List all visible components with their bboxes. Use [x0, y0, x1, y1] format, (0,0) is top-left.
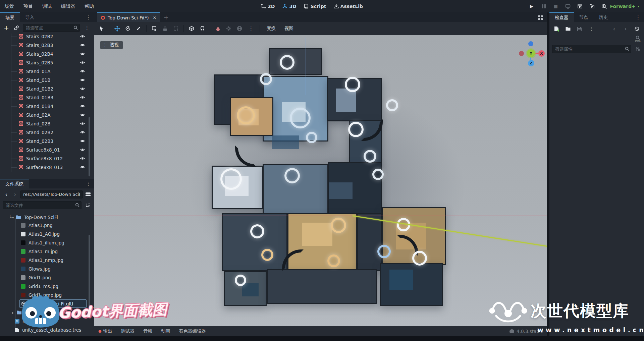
neg-z-ball[interactable] — [528, 41, 533, 46]
rotate-tool-icon[interactable] — [124, 24, 131, 33]
extra-tools-icon[interactable] — [634, 45, 641, 53]
tree-node-row[interactable]: Stand_01B — [0, 76, 94, 84]
tab-scene-panel[interactable]: 场景 — [0, 12, 20, 22]
scene-tree-menu-icon[interactable]: ⋮ — [83, 25, 92, 31]
scene-tab[interactable]: Top-Down Sci-Fi(*) ✕ — [97, 12, 160, 22]
filter-files-input[interactable] — [3, 201, 82, 209]
nav-forward-icon[interactable]: › — [11, 190, 19, 198]
remote-debug-icon[interactable] — [564, 3, 572, 10]
group-icon[interactable] — [172, 24, 179, 33]
tree-node-row[interactable]: Stand_01A — [0, 67, 94, 76]
move-tool-icon[interactable] — [113, 24, 121, 33]
visibility-eye-icon[interactable] — [80, 121, 85, 127]
droplet-icon[interactable] — [214, 24, 222, 33]
dock-menu-icon[interactable]: ⋮ — [84, 14, 93, 20]
history-forward-icon[interactable]: › — [622, 25, 629, 33]
stop-button[interactable]: ■ — [552, 3, 559, 10]
axis-gizmo[interactable]: Y X Z — [515, 38, 547, 69]
menu-scene[interactable]: 场景 — [0, 3, 19, 9]
preview-sun-icon[interactable] — [225, 24, 232, 33]
new-scene-tab-button[interactable]: + — [160, 12, 172, 22]
visibility-eye-icon[interactable] — [80, 60, 85, 66]
filter-nodes-search[interactable] — [23, 24, 80, 32]
visibility-eye-icon[interactable] — [80, 51, 85, 57]
tab-filesystem[interactable]: 文件系统 — [0, 179, 29, 188]
tree-node-row[interactable]: Stand_01B2 — [0, 84, 94, 93]
menu-editor[interactable]: 编辑器 — [56, 3, 80, 9]
visibility-eye-icon[interactable] — [80, 69, 85, 75]
filter-files-search[interactable] — [3, 201, 82, 209]
visibility-eye-icon[interactable] — [80, 86, 85, 92]
expand-icon[interactable]: ▸ — [12, 311, 14, 315]
inspector-dock-menu-icon[interactable]: ⋮ — [634, 14, 643, 20]
nav-back-icon[interactable]: ‹ — [3, 190, 10, 198]
file-row[interactable]: Atlas1_nmp.jpg — [0, 256, 94, 265]
pause-button[interactable] — [540, 3, 547, 10]
file-row[interactable]: Atlas1_illum.jpg — [0, 238, 94, 247]
add-node-button[interactable]: + — [3, 24, 10, 32]
tab-3d[interactable]: 3D — [279, 4, 299, 9]
view-menu[interactable]: 视图 — [282, 25, 296, 32]
load-resource-folder-icon[interactable] — [564, 25, 572, 33]
tree-node-row[interactable]: Stand_01B3 — [0, 93, 94, 102]
path-input[interactable] — [20, 190, 83, 198]
close-icon[interactable]: ✕ — [153, 15, 156, 20]
resource-menu-icon[interactable]: ⋮ — [587, 26, 596, 32]
panel-shader-editor[interactable]: 着色器编辑器 — [179, 328, 206, 334]
snap-icon[interactable] — [199, 24, 206, 33]
visibility-eye-icon[interactable] — [80, 147, 85, 153]
preview-environment-icon[interactable] — [236, 24, 243, 33]
tab-node[interactable]: 节点 — [574, 12, 594, 22]
file-row[interactable]: Atlas1_m.jpg — [0, 247, 94, 256]
split-mode-icon[interactable] — [84, 190, 92, 198]
tree-node-row[interactable]: Stand_02A — [0, 111, 94, 119]
tree-node-row[interactable]: Stand_01B4 — [0, 102, 94, 111]
filesystem-menu-icon[interactable]: ⋮ — [84, 181, 93, 187]
scale-tool-icon[interactable] — [135, 24, 142, 33]
tree-node-row[interactable]: Surface8x8_01 — [0, 146, 94, 154]
filter-properties-input[interactable] — [552, 45, 631, 53]
transform-menu[interactable]: 变换 — [264, 25, 278, 32]
tab-script[interactable]: Script — [301, 4, 329, 9]
tab-history[interactable]: 历史 — [594, 12, 613, 22]
lock-icon[interactable] — [161, 24, 169, 33]
filter-properties-search[interactable] — [552, 45, 631, 53]
file-row[interactable]: Grid1_ms.jpg — [0, 282, 94, 291]
tab-inspector[interactable]: 检查器 — [549, 12, 574, 22]
viewport-extra-menu-icon[interactable]: ⋮ — [247, 25, 256, 32]
tree-node-row[interactable]: Stand_02B — [0, 119, 94, 128]
tree-node-row[interactable]: Stand_02B3 — [0, 137, 94, 146]
x-axis-ball[interactable]: X — [538, 50, 545, 57]
local-space-icon[interactable] — [188, 24, 195, 33]
tree-node-row[interactable]: Stand_02B2 — [0, 128, 94, 137]
visibility-eye-icon[interactable] — [80, 130, 85, 136]
visibility-eye-icon[interactable] — [80, 138, 85, 145]
renderer-selector[interactable]: Forward+ ▾ — [610, 0, 639, 12]
tab-2d[interactable]: 2D — [258, 4, 277, 9]
tree-node-row[interactable]: Surface8x8_013 — [0, 163, 94, 172]
3d-viewport[interactable]: ⋮ 透视 Y X Z — [94, 35, 547, 326]
tree-node-row[interactable]: Stairs_02B4 — [0, 50, 94, 58]
play-custom-scene-button[interactable] — [588, 3, 596, 10]
perspective-menu[interactable]: ⋮ 透视 — [100, 41, 123, 49]
menu-project[interactable]: 项目 — [19, 3, 38, 9]
visibility-eye-icon[interactable] — [80, 112, 85, 118]
visibility-eye-icon[interactable] — [80, 156, 85, 162]
visibility-eye-icon[interactable] — [80, 77, 85, 83]
tree-node-row[interactable]: Stairs_02B5 — [0, 58, 94, 67]
file-row[interactable]: Grid1.png — [0, 273, 94, 282]
menu-debug[interactable]: 调试 — [38, 3, 56, 9]
list-select-icon[interactable] — [151, 24, 158, 33]
expand-viewport-icon[interactable] — [537, 13, 544, 21]
tree-node-row[interactable]: Stairs_02B2 — [0, 34, 94, 41]
object-history-icon[interactable] — [633, 25, 641, 33]
menu-help[interactable]: 帮助 — [80, 3, 99, 9]
filter-nodes-input[interactable] — [23, 24, 80, 32]
tab-import-panel[interactable]: 导入 — [20, 12, 40, 22]
file-row[interactable]: Atlas1_AO.jpg — [0, 230, 94, 238]
current-path-field[interactable] — [20, 190, 83, 198]
save-icon[interactable] — [576, 25, 583, 33]
neg-x-ball[interactable] — [519, 51, 524, 56]
select-tool-icon[interactable] — [98, 24, 105, 33]
folder-row-root[interactable]: └ ▾ Top-Down SciFi — [0, 213, 94, 222]
